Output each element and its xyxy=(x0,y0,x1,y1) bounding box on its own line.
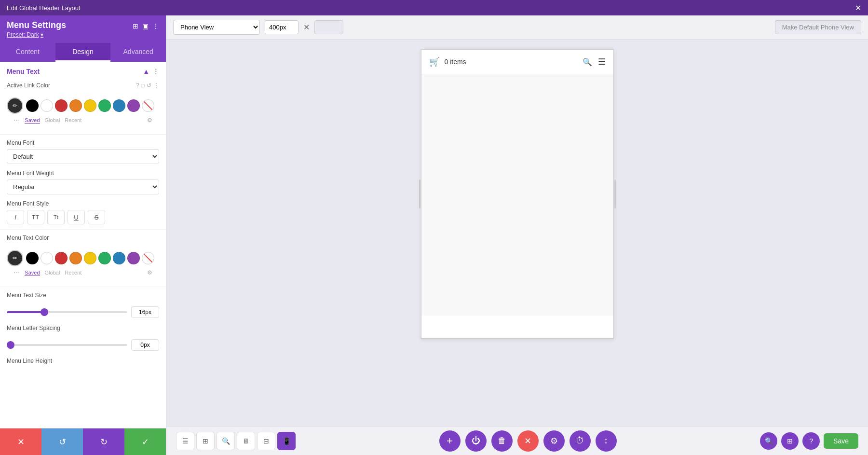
swatch-text-orange[interactable] xyxy=(69,252,82,264)
swatch-purple[interactable] xyxy=(127,99,140,112)
style-btn-capitalize[interactable]: Tt xyxy=(47,210,65,224)
undo-button[interactable]: ↺ xyxy=(41,428,83,455)
menu-letter-spacing-input[interactable] xyxy=(131,339,159,351)
menu-font-weight-select[interactable]: Regular xyxy=(7,179,159,194)
tab-design[interactable]: Design xyxy=(55,43,111,62)
tool-search[interactable]: 🔍 xyxy=(217,432,235,450)
center-history-btn[interactable]: ⏱ xyxy=(570,430,591,452)
swatch-text-black[interactable] xyxy=(26,252,39,264)
tool-layout[interactable]: ⊞ xyxy=(196,432,215,450)
section-collapse-icon[interactable]: ▲ xyxy=(143,68,149,75)
swatch-text-purple[interactable] xyxy=(127,252,140,264)
preview-hamburger-icon[interactable]: ☰ xyxy=(598,56,606,67)
swatch-yellow[interactable] xyxy=(84,99,96,112)
tab-content[interactable]: Content xyxy=(0,43,55,62)
right-help-icon[interactable]: ? xyxy=(802,432,820,450)
color-dots[interactable]: ··· xyxy=(14,116,20,124)
tool-columns[interactable]: ⊟ xyxy=(257,432,275,450)
style-btn-strikethrough[interactable]: S xyxy=(88,210,105,224)
default-view-button[interactable]: Make Default Phone View xyxy=(775,20,861,34)
center-power-btn[interactable]: ⏻ xyxy=(465,430,487,452)
color-dots-text[interactable]: ··· xyxy=(14,268,20,277)
color-tab-text-saved[interactable]: Saved xyxy=(25,270,40,276)
resize-handle-right[interactable] xyxy=(614,179,616,208)
swatch-text-none[interactable] xyxy=(142,252,154,264)
width-input[interactable] xyxy=(265,20,298,34)
swatch-text-blue[interactable] xyxy=(113,252,125,264)
canvas-topbar: Phone View Tablet View Desktop View ✕ Ma… xyxy=(166,15,868,40)
swatch-green[interactable] xyxy=(98,99,111,112)
preview-header: 🛒 0 items 🔍 ☰ xyxy=(421,50,613,74)
panel-icon-more[interactable]: ⋮ xyxy=(152,22,159,30)
menu-font-select[interactable]: Default xyxy=(7,149,159,164)
tool-menu[interactable]: ☰ xyxy=(176,432,194,450)
center-close-btn[interactable]: ✕ xyxy=(517,430,539,452)
center-add-btn[interactable]: + xyxy=(439,430,461,452)
swatch-text-green[interactable] xyxy=(98,252,111,264)
resize-handle-left[interactable] xyxy=(419,179,420,208)
help-icon[interactable]: ? xyxy=(136,82,139,89)
menu-letter-spacing-slider[interactable] xyxy=(7,344,127,346)
color-settings-icon[interactable]: ⚙ xyxy=(147,117,152,124)
redo-button[interactable]: ↻ xyxy=(83,428,124,455)
tool-monitor[interactable]: 🖥 xyxy=(237,432,255,450)
tool-phone[interactable]: 📱 xyxy=(277,432,296,450)
section-more-icon[interactable]: ⋮ xyxy=(152,68,159,75)
swatch-text-white[interactable] xyxy=(41,252,53,264)
section-title: Menu Text xyxy=(7,68,40,75)
swatch-orange[interactable] xyxy=(69,99,82,112)
menu-text-size-slider[interactable] xyxy=(7,311,127,313)
canvas-bottom-toolbar: ☰ ⊞ 🔍 🖥 ⊟ 📱 + ⏻ 🗑 ✕ ⚙ ⏱ ↕ 🔍 ⊞ ? xyxy=(166,426,868,455)
right-layout-icon[interactable]: ⊞ xyxy=(781,432,799,450)
swatch-none[interactable] xyxy=(142,99,154,112)
menu-line-height-label: Menu Line Height xyxy=(7,358,159,364)
menu-text-color-picker: ✏ ··· xyxy=(0,247,166,285)
panel-title: Menu Settings xyxy=(7,20,66,30)
menu-text-size-label: Menu Text Size xyxy=(7,292,159,299)
right-search-icon[interactable]: 🔍 xyxy=(760,432,777,450)
title-bar-close[interactable]: ✕ xyxy=(855,3,861,13)
color-tabs-active: ··· Saved Global Recent ⚙ xyxy=(7,115,159,128)
reset-icon[interactable]: ↺ xyxy=(147,82,151,89)
swatch-red[interactable] xyxy=(55,99,68,112)
color-picker-btn-text[interactable]: ✏ xyxy=(7,250,23,266)
color-tab-text-recent[interactable]: Recent xyxy=(65,270,81,276)
swatch-white[interactable] xyxy=(41,99,53,112)
preview-search-icon[interactable]: 🔍 xyxy=(583,57,592,67)
menu-letter-spacing-slider-row xyxy=(0,337,166,355)
panel-header: Menu Settings Preset: Dark ▾ ⊞ ▣ ⋮ xyxy=(0,15,166,43)
swatch-text-yellow[interactable] xyxy=(84,252,96,264)
save-button[interactable]: Save xyxy=(824,433,858,449)
color-tab-recent[interactable]: Recent xyxy=(65,117,81,124)
more-icon[interactable]: ⋮ xyxy=(153,82,159,89)
preview-container: 🛒 0 items 🔍 ☰ xyxy=(421,49,614,339)
color-tab-text-global[interactable]: Global xyxy=(45,270,60,276)
close-width-btn[interactable]: ✕ xyxy=(303,23,310,32)
center-settings-btn[interactable]: ⚙ xyxy=(543,430,565,452)
style-btn-underline[interactable]: U xyxy=(68,210,85,224)
device-icon[interactable]: □ xyxy=(141,82,145,89)
swatch-text-red[interactable] xyxy=(55,252,68,264)
color-picker-btn-active[interactable]: ✏ xyxy=(7,97,23,114)
color-tabs-text: ··· Saved Global Recent ⚙ xyxy=(7,267,159,281)
color-tab-saved[interactable]: Saved xyxy=(25,117,40,124)
center-delete-btn[interactable]: 🗑 xyxy=(491,430,513,452)
panel-preset[interactable]: Preset: Dark ▾ xyxy=(7,31,66,38)
tab-advanced[interactable]: Advanced xyxy=(110,43,166,62)
swatch-black[interactable] xyxy=(26,99,39,112)
menu-text-size-input[interactable] xyxy=(131,306,159,318)
secondary-width-input[interactable] xyxy=(314,20,343,34)
center-stats-btn[interactable]: ↕ xyxy=(596,430,617,452)
panel-icon-layout[interactable]: ▣ xyxy=(142,22,149,30)
panel-icon-expand[interactable]: ⊞ xyxy=(133,22,138,30)
cancel-button[interactable]: ✕ xyxy=(0,428,41,455)
field-menu-font-weight: Menu Font Weight Regular xyxy=(0,167,166,197)
view-select[interactable]: Phone View Tablet View Desktop View xyxy=(173,20,260,35)
confirm-button[interactable]: ✓ xyxy=(124,428,166,455)
style-btn-italic[interactable]: I xyxy=(7,210,24,224)
canvas-left-tools: ☰ ⊞ 🔍 🖥 ⊟ 📱 xyxy=(176,432,296,450)
swatch-blue[interactable] xyxy=(113,99,125,112)
style-btn-uppercase[interactable]: TT xyxy=(27,210,44,224)
color-settings-text-icon[interactable]: ⚙ xyxy=(147,269,152,276)
color-tab-global[interactable]: Global xyxy=(45,117,60,124)
